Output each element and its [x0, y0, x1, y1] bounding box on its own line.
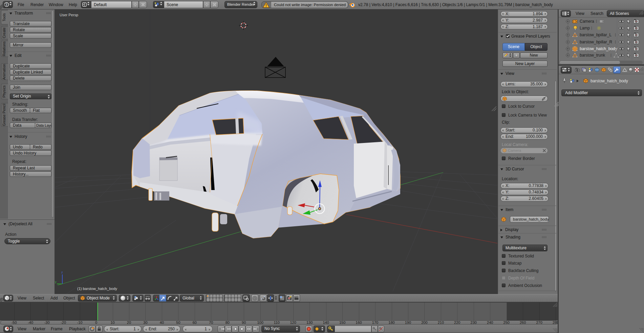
- svg-text:z: z: [61, 271, 63, 274]
- svg-text:(1) barstow_hatch_body: (1) barstow_hatch_body: [77, 287, 117, 291]
- svg-text:y: y: [55, 280, 57, 284]
- svg-text:User Persp: User Persp: [60, 13, 78, 17]
